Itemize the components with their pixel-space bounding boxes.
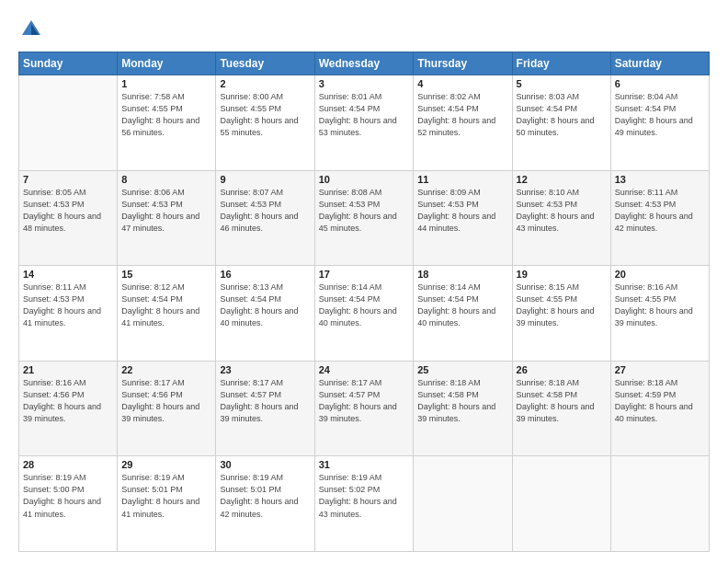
day-cell: 12Sunrise: 8:10 AMSunset: 4:53 PMDayligh… (512, 170, 610, 266)
column-header-monday: Monday (118, 52, 216, 75)
day-number: 1 (121, 78, 211, 89)
day-number: 4 (417, 78, 507, 89)
day-cell: 28Sunrise: 8:19 AMSunset: 5:00 PMDayligh… (19, 456, 118, 552)
day-info: Sunrise: 8:15 AMSunset: 4:55 PMDaylight:… (517, 282, 607, 329)
week-row-2: 7Sunrise: 8:05 AMSunset: 4:53 PMDaylight… (19, 170, 710, 266)
day-number: 6 (615, 78, 705, 89)
day-cell: 16Sunrise: 8:13 AMSunset: 4:54 PMDayligh… (216, 266, 314, 362)
day-number: 20 (615, 269, 705, 280)
day-info: Sunrise: 8:12 AMSunset: 4:54 PMDaylight:… (121, 282, 211, 329)
day-cell: 2Sunrise: 8:00 AMSunset: 4:55 PMDaylight… (216, 75, 314, 171)
column-header-tuesday: Tuesday (216, 52, 314, 75)
day-cell: 4Sunrise: 8:02 AMSunset: 4:54 PMDaylight… (414, 75, 512, 171)
day-cell (610, 456, 709, 552)
day-info: Sunrise: 8:11 AMSunset: 4:53 PMDaylight:… (615, 187, 705, 235)
day-number: 14 (23, 269, 113, 280)
day-number: 17 (319, 269, 410, 280)
day-cell: 13Sunrise: 8:11 AMSunset: 4:53 PMDayligh… (610, 170, 709, 266)
day-cell (512, 456, 610, 552)
day-info: Sunrise: 8:16 AMSunset: 4:56 PMDaylight:… (23, 377, 113, 425)
day-cell: 25Sunrise: 8:18 AMSunset: 4:58 PMDayligh… (414, 361, 512, 456)
day-info: Sunrise: 8:17 AMSunset: 4:56 PMDaylight:… (121, 377, 211, 425)
day-number: 19 (517, 269, 607, 280)
day-cell: 31Sunrise: 8:19 AMSunset: 5:02 PMDayligh… (314, 456, 414, 552)
day-info: Sunrise: 8:00 AMSunset: 4:55 PMDaylight:… (220, 91, 310, 139)
day-number: 8 (121, 174, 211, 185)
day-info: Sunrise: 8:03 AMSunset: 4:54 PMDaylight:… (517, 91, 607, 139)
day-number: 25 (417, 364, 507, 375)
day-number: 16 (220, 269, 310, 280)
day-cell: 18Sunrise: 8:14 AMSunset: 4:54 PMDayligh… (414, 266, 512, 362)
day-info: Sunrise: 8:19 AMSunset: 5:02 PMDaylight:… (319, 472, 410, 520)
day-cell: 8Sunrise: 8:06 AMSunset: 4:53 PMDaylight… (118, 170, 216, 266)
day-info: Sunrise: 8:14 AMSunset: 4:54 PMDaylight:… (417, 282, 507, 329)
day-number: 29 (121, 459, 211, 470)
day-number: 3 (319, 78, 410, 89)
day-number: 28 (23, 459, 113, 470)
day-number: 26 (517, 364, 607, 375)
day-cell: 30Sunrise: 8:19 AMSunset: 5:01 PMDayligh… (216, 456, 314, 552)
day-number: 11 (417, 174, 507, 185)
day-info: Sunrise: 7:58 AMSunset: 4:55 PMDaylight:… (121, 91, 211, 139)
day-info: Sunrise: 8:13 AMSunset: 4:54 PMDaylight:… (220, 282, 310, 329)
day-cell: 11Sunrise: 8:09 AMSunset: 4:53 PMDayligh… (414, 170, 512, 266)
column-header-friday: Friday (512, 52, 610, 75)
calendar-header-row: SundayMondayTuesdayWednesdayThursdayFrid… (19, 52, 710, 75)
day-info: Sunrise: 8:11 AMSunset: 4:53 PMDaylight:… (23, 282, 113, 329)
day-cell: 27Sunrise: 8:18 AMSunset: 4:59 PMDayligh… (610, 361, 709, 456)
day-info: Sunrise: 8:06 AMSunset: 4:53 PMDaylight:… (121, 187, 211, 235)
day-cell: 17Sunrise: 8:14 AMSunset: 4:54 PMDayligh… (314, 266, 414, 362)
calendar: SundayMondayTuesdayWednesdayThursdayFrid… (18, 52, 710, 552)
day-number: 22 (121, 364, 211, 375)
day-number: 5 (517, 78, 607, 89)
day-number: 2 (220, 78, 310, 89)
day-cell: 9Sunrise: 8:07 AMSunset: 4:53 PMDaylight… (216, 170, 314, 266)
day-info: Sunrise: 8:17 AMSunset: 4:57 PMDaylight:… (220, 377, 310, 425)
logo (18, 17, 48, 42)
day-info: Sunrise: 8:19 AMSunset: 5:01 PMDaylight:… (220, 472, 310, 520)
day-cell: 26Sunrise: 8:18 AMSunset: 4:58 PMDayligh… (512, 361, 610, 456)
week-row-3: 14Sunrise: 8:11 AMSunset: 4:53 PMDayligh… (19, 266, 710, 362)
day-info: Sunrise: 8:04 AMSunset: 4:54 PMDaylight:… (615, 91, 705, 139)
day-cell: 3Sunrise: 8:01 AMSunset: 4:54 PMDaylight… (314, 75, 414, 171)
day-cell: 7Sunrise: 8:05 AMSunset: 4:53 PMDaylight… (19, 170, 118, 266)
logo-icon (18, 17, 44, 42)
week-row-4: 21Sunrise: 8:16 AMSunset: 4:56 PMDayligh… (19, 361, 710, 456)
day-info: Sunrise: 8:16 AMSunset: 4:55 PMDaylight:… (615, 282, 705, 329)
day-cell: 22Sunrise: 8:17 AMSunset: 4:56 PMDayligh… (118, 361, 216, 456)
day-cell: 15Sunrise: 8:12 AMSunset: 4:54 PMDayligh… (118, 266, 216, 362)
day-number: 13 (615, 174, 705, 185)
day-cell: 6Sunrise: 8:04 AMSunset: 4:54 PMDaylight… (610, 75, 709, 171)
week-row-1: 1Sunrise: 7:58 AMSunset: 4:55 PMDaylight… (19, 75, 710, 171)
day-number: 23 (220, 364, 310, 375)
day-number: 15 (121, 269, 211, 280)
week-row-5: 28Sunrise: 8:19 AMSunset: 5:00 PMDayligh… (19, 456, 710, 552)
day-info: Sunrise: 8:02 AMSunset: 4:54 PMDaylight:… (417, 91, 507, 139)
day-info: Sunrise: 8:05 AMSunset: 4:53 PMDaylight:… (23, 187, 113, 235)
column-header-thursday: Thursday (414, 52, 512, 75)
day-cell: 1Sunrise: 7:58 AMSunset: 4:55 PMDaylight… (118, 75, 216, 171)
day-info: Sunrise: 8:09 AMSunset: 4:53 PMDaylight:… (417, 187, 507, 235)
day-info: Sunrise: 8:18 AMSunset: 4:58 PMDaylight:… (417, 377, 507, 425)
day-cell: 20Sunrise: 8:16 AMSunset: 4:55 PMDayligh… (610, 266, 709, 362)
day-number: 24 (319, 364, 410, 375)
day-info: Sunrise: 8:08 AMSunset: 4:53 PMDaylight:… (319, 187, 410, 235)
day-cell (19, 75, 118, 171)
day-cell: 14Sunrise: 8:11 AMSunset: 4:53 PMDayligh… (19, 266, 118, 362)
day-cell (414, 456, 512, 552)
day-info: Sunrise: 8:17 AMSunset: 4:57 PMDaylight:… (319, 377, 410, 425)
day-number: 10 (319, 174, 410, 185)
day-info: Sunrise: 8:18 AMSunset: 4:58 PMDaylight:… (517, 377, 607, 425)
day-number: 30 (220, 459, 310, 470)
day-number: 21 (23, 364, 113, 375)
day-info: Sunrise: 8:14 AMSunset: 4:54 PMDaylight:… (319, 282, 410, 329)
day-number: 12 (517, 174, 607, 185)
header (18, 17, 710, 42)
column-header-wednesday: Wednesday (314, 52, 414, 75)
day-cell: 5Sunrise: 8:03 AMSunset: 4:54 PMDaylight… (512, 75, 610, 171)
column-header-saturday: Saturday (610, 52, 709, 75)
page: SundayMondayTuesdayWednesdayThursdayFrid… (0, 0, 728, 563)
day-cell: 29Sunrise: 8:19 AMSunset: 5:01 PMDayligh… (118, 456, 216, 552)
day-info: Sunrise: 8:01 AMSunset: 4:54 PMDaylight:… (319, 91, 410, 139)
day-number: 18 (417, 269, 507, 280)
